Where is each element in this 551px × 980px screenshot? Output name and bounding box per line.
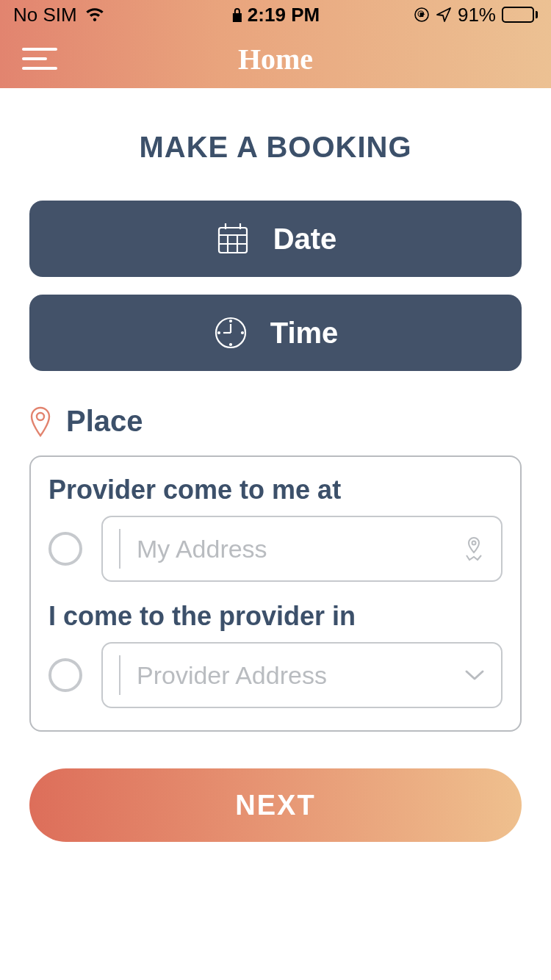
date-button-label: Date	[273, 223, 337, 256]
svg-rect-1	[419, 12, 423, 17]
page-title: MAKE A BOOKING	[29, 131, 522, 164]
clock-text: 2:19 PM	[248, 4, 320, 26]
lock-icon	[231, 7, 243, 23]
status-left: No SIM	[13, 4, 105, 26]
option2-radio[interactable]	[48, 658, 82, 692]
clock-icon	[213, 315, 248, 350]
my-address-placeholder: My Address	[137, 535, 463, 563]
calendar-icon	[215, 220, 251, 257]
carrier-text: No SIM	[13, 4, 77, 26]
location-arrow-icon	[436, 7, 452, 23]
svg-point-17	[472, 541, 476, 545]
option1-radio[interactable]	[48, 532, 82, 566]
map-pin-icon	[463, 536, 485, 561]
svg-point-12	[230, 320, 231, 322]
option1-row: My Address	[48, 516, 503, 582]
provider-address-placeholder: Provider Address	[137, 661, 464, 690]
battery-pct: 91%	[458, 4, 496, 26]
place-header: Place	[29, 405, 522, 438]
svg-point-16	[37, 413, 44, 420]
svg-point-15	[218, 332, 220, 334]
battery-icon	[502, 7, 538, 23]
content: MAKE A BOOKING Date Time	[0, 88, 551, 842]
svg-point-14	[230, 344, 231, 345]
orientation-lock-icon	[414, 7, 430, 23]
svg-point-13	[242, 332, 243, 334]
date-button[interactable]: Date	[29, 201, 522, 277]
wifi-icon	[84, 7, 105, 23]
nav-bar: Home	[0, 29, 551, 88]
place-header-label: Place	[66, 405, 143, 438]
place-box: Provider come to me at My Address I come…	[29, 455, 522, 732]
nav-title: Home	[238, 42, 313, 76]
next-button-label: NEXT	[235, 790, 315, 821]
status-center: 2:19 PM	[231, 4, 320, 26]
pin-icon	[29, 406, 51, 437]
field-divider	[119, 655, 120, 695]
field-divider	[119, 529, 120, 569]
option2-label: I come to the provider in	[48, 601, 503, 632]
chevron-down-icon	[464, 669, 485, 682]
status-right: 91%	[414, 4, 538, 26]
svg-rect-2	[219, 228, 247, 253]
option2-row: Provider Address	[48, 642, 503, 708]
status-bar: No SIM 2:19 PM 91%	[0, 0, 551, 29]
option1-label: Provider come to me at	[48, 475, 503, 505]
provider-address-field[interactable]: Provider Address	[101, 642, 503, 708]
next-button[interactable]: NEXT	[29, 768, 522, 842]
time-button[interactable]: Time	[29, 295, 522, 371]
menu-icon[interactable]	[22, 48, 57, 70]
my-address-field[interactable]: My Address	[101, 516, 503, 582]
time-button-label: Time	[270, 317, 339, 350]
